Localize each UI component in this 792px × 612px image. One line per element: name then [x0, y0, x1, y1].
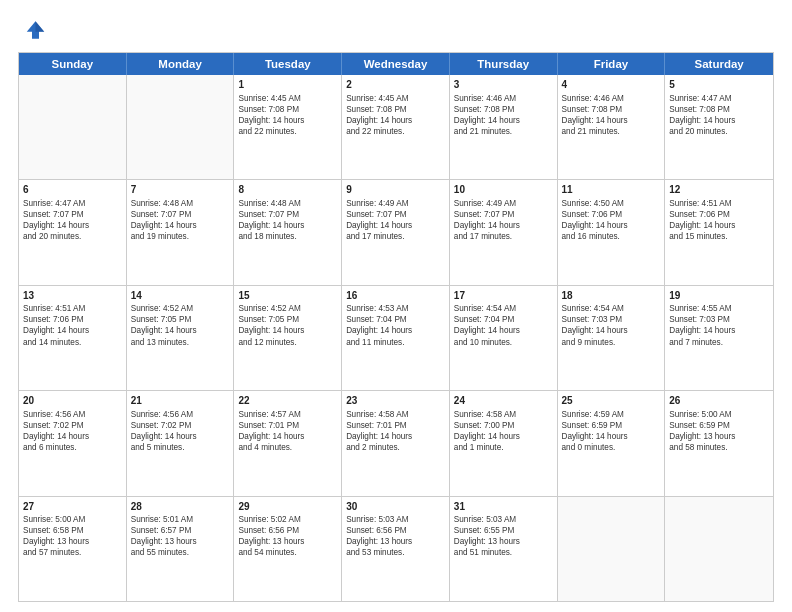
day-number: 18 [562, 289, 661, 303]
cell-info: Sunrise: 4:54 AMSunset: 7:04 PMDaylight:… [454, 303, 553, 347]
day-number: 29 [238, 500, 337, 514]
cell-info: Sunrise: 4:46 AMSunset: 7:08 PMDaylight:… [562, 93, 661, 137]
day-number: 22 [238, 394, 337, 408]
day-number: 3 [454, 78, 553, 92]
cell-info: Sunrise: 4:46 AMSunset: 7:08 PMDaylight:… [454, 93, 553, 137]
day-number: 17 [454, 289, 553, 303]
calendar-cell: 1Sunrise: 4:45 AMSunset: 7:08 PMDaylight… [234, 75, 342, 179]
weekday-header: Wednesday [342, 53, 450, 75]
cell-info: Sunrise: 4:55 AMSunset: 7:03 PMDaylight:… [669, 303, 769, 347]
day-number: 23 [346, 394, 445, 408]
calendar-cell: 24Sunrise: 4:58 AMSunset: 7:00 PMDayligh… [450, 391, 558, 495]
calendar-cell: 25Sunrise: 4:59 AMSunset: 6:59 PMDayligh… [558, 391, 666, 495]
weekday-header: Friday [558, 53, 666, 75]
cell-info: Sunrise: 4:58 AMSunset: 7:00 PMDaylight:… [454, 409, 553, 453]
calendar-cell: 21Sunrise: 4:56 AMSunset: 7:02 PMDayligh… [127, 391, 235, 495]
calendar-row: 13Sunrise: 4:51 AMSunset: 7:06 PMDayligh… [19, 286, 773, 391]
cell-info: Sunrise: 4:49 AMSunset: 7:07 PMDaylight:… [346, 198, 445, 242]
cell-info: Sunrise: 4:47 AMSunset: 7:07 PMDaylight:… [23, 198, 122, 242]
calendar-cell: 19Sunrise: 4:55 AMSunset: 7:03 PMDayligh… [665, 286, 773, 390]
cell-info: Sunrise: 4:50 AMSunset: 7:06 PMDaylight:… [562, 198, 661, 242]
day-number: 16 [346, 289, 445, 303]
header [18, 16, 774, 44]
calendar-cell: 27Sunrise: 5:00 AMSunset: 6:58 PMDayligh… [19, 497, 127, 601]
day-number: 28 [131, 500, 230, 514]
calendar: SundayMondayTuesdayWednesdayThursdayFrid… [18, 52, 774, 602]
page: SundayMondayTuesdayWednesdayThursdayFrid… [0, 0, 792, 612]
cell-info: Sunrise: 4:47 AMSunset: 7:08 PMDaylight:… [669, 93, 769, 137]
calendar-row: 1Sunrise: 4:45 AMSunset: 7:08 PMDaylight… [19, 75, 773, 180]
svg-marker-1 [36, 21, 45, 32]
cell-info: Sunrise: 4:51 AMSunset: 7:06 PMDaylight:… [669, 198, 769, 242]
cell-info: Sunrise: 4:51 AMSunset: 7:06 PMDaylight:… [23, 303, 122, 347]
calendar-cell: 26Sunrise: 5:00 AMSunset: 6:59 PMDayligh… [665, 391, 773, 495]
day-number: 5 [669, 78, 769, 92]
day-number: 12 [669, 183, 769, 197]
day-number: 19 [669, 289, 769, 303]
cell-info: Sunrise: 5:03 AMSunset: 6:55 PMDaylight:… [454, 514, 553, 558]
cell-info: Sunrise: 5:02 AMSunset: 6:56 PMDaylight:… [238, 514, 337, 558]
weekday-header: Sunday [19, 53, 127, 75]
day-number: 15 [238, 289, 337, 303]
day-number: 14 [131, 289, 230, 303]
day-number: 21 [131, 394, 230, 408]
cell-info: Sunrise: 4:57 AMSunset: 7:01 PMDaylight:… [238, 409, 337, 453]
cell-info: Sunrise: 4:49 AMSunset: 7:07 PMDaylight:… [454, 198, 553, 242]
calendar-cell: 22Sunrise: 4:57 AMSunset: 7:01 PMDayligh… [234, 391, 342, 495]
cell-info: Sunrise: 5:00 AMSunset: 6:59 PMDaylight:… [669, 409, 769, 453]
calendar-cell [127, 75, 235, 179]
cell-info: Sunrise: 4:52 AMSunset: 7:05 PMDaylight:… [131, 303, 230, 347]
calendar-cell: 23Sunrise: 4:58 AMSunset: 7:01 PMDayligh… [342, 391, 450, 495]
calendar-cell: 18Sunrise: 4:54 AMSunset: 7:03 PMDayligh… [558, 286, 666, 390]
calendar-cell: 5Sunrise: 4:47 AMSunset: 7:08 PMDaylight… [665, 75, 773, 179]
day-number: 8 [238, 183, 337, 197]
calendar-cell: 8Sunrise: 4:48 AMSunset: 7:07 PMDaylight… [234, 180, 342, 284]
calendar-cell: 10Sunrise: 4:49 AMSunset: 7:07 PMDayligh… [450, 180, 558, 284]
day-number: 20 [23, 394, 122, 408]
calendar-cell: 2Sunrise: 4:45 AMSunset: 7:08 PMDaylight… [342, 75, 450, 179]
day-number: 25 [562, 394, 661, 408]
cell-info: Sunrise: 4:45 AMSunset: 7:08 PMDaylight:… [238, 93, 337, 137]
day-number: 2 [346, 78, 445, 92]
calendar-cell: 17Sunrise: 4:54 AMSunset: 7:04 PMDayligh… [450, 286, 558, 390]
cell-info: Sunrise: 4:54 AMSunset: 7:03 PMDaylight:… [562, 303, 661, 347]
day-number: 10 [454, 183, 553, 197]
calendar-cell: 13Sunrise: 4:51 AMSunset: 7:06 PMDayligh… [19, 286, 127, 390]
day-number: 13 [23, 289, 122, 303]
cell-info: Sunrise: 4:52 AMSunset: 7:05 PMDaylight:… [238, 303, 337, 347]
weekday-header: Thursday [450, 53, 558, 75]
day-number: 30 [346, 500, 445, 514]
calendar-row: 20Sunrise: 4:56 AMSunset: 7:02 PMDayligh… [19, 391, 773, 496]
cell-info: Sunrise: 5:01 AMSunset: 6:57 PMDaylight:… [131, 514, 230, 558]
cell-info: Sunrise: 4:48 AMSunset: 7:07 PMDaylight:… [131, 198, 230, 242]
calendar-cell: 20Sunrise: 4:56 AMSunset: 7:02 PMDayligh… [19, 391, 127, 495]
weekday-header: Monday [127, 53, 235, 75]
calendar-cell: 30Sunrise: 5:03 AMSunset: 6:56 PMDayligh… [342, 497, 450, 601]
calendar-row: 6Sunrise: 4:47 AMSunset: 7:07 PMDaylight… [19, 180, 773, 285]
calendar-header: SundayMondayTuesdayWednesdayThursdayFrid… [19, 53, 773, 75]
day-number: 4 [562, 78, 661, 92]
calendar-cell: 28Sunrise: 5:01 AMSunset: 6:57 PMDayligh… [127, 497, 235, 601]
calendar-body: 1Sunrise: 4:45 AMSunset: 7:08 PMDaylight… [19, 75, 773, 601]
cell-info: Sunrise: 4:45 AMSunset: 7:08 PMDaylight:… [346, 93, 445, 137]
calendar-cell: 29Sunrise: 5:02 AMSunset: 6:56 PMDayligh… [234, 497, 342, 601]
logo [18, 16, 50, 44]
calendar-cell: 31Sunrise: 5:03 AMSunset: 6:55 PMDayligh… [450, 497, 558, 601]
calendar-cell: 6Sunrise: 4:47 AMSunset: 7:07 PMDaylight… [19, 180, 127, 284]
day-number: 11 [562, 183, 661, 197]
calendar-cell: 11Sunrise: 4:50 AMSunset: 7:06 PMDayligh… [558, 180, 666, 284]
day-number: 26 [669, 394, 769, 408]
calendar-cell: 9Sunrise: 4:49 AMSunset: 7:07 PMDaylight… [342, 180, 450, 284]
calendar-cell: 4Sunrise: 4:46 AMSunset: 7:08 PMDaylight… [558, 75, 666, 179]
calendar-cell: 7Sunrise: 4:48 AMSunset: 7:07 PMDaylight… [127, 180, 235, 284]
cell-info: Sunrise: 4:48 AMSunset: 7:07 PMDaylight:… [238, 198, 337, 242]
cell-info: Sunrise: 4:56 AMSunset: 7:02 PMDaylight:… [23, 409, 122, 453]
day-number: 24 [454, 394, 553, 408]
cell-info: Sunrise: 4:56 AMSunset: 7:02 PMDaylight:… [131, 409, 230, 453]
cell-info: Sunrise: 4:59 AMSunset: 6:59 PMDaylight:… [562, 409, 661, 453]
day-number: 31 [454, 500, 553, 514]
weekday-header: Saturday [665, 53, 773, 75]
cell-info: Sunrise: 4:53 AMSunset: 7:04 PMDaylight:… [346, 303, 445, 347]
calendar-cell: 12Sunrise: 4:51 AMSunset: 7:06 PMDayligh… [665, 180, 773, 284]
day-number: 6 [23, 183, 122, 197]
